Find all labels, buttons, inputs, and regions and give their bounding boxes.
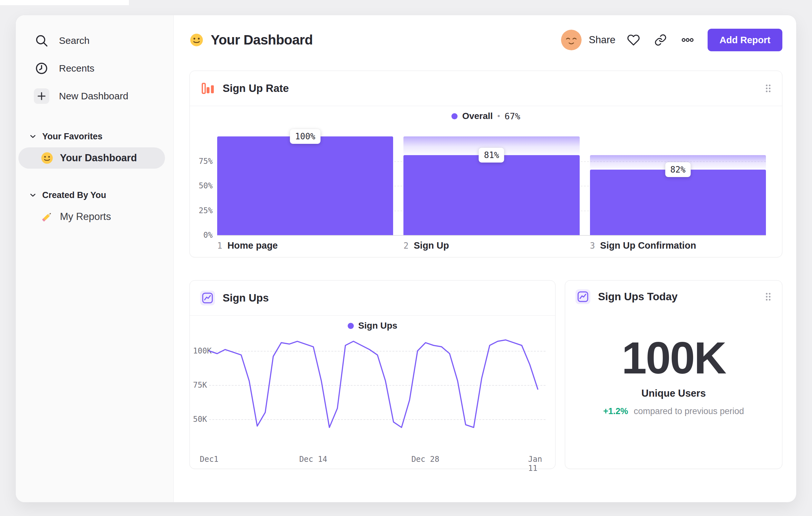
- sidebar-item-label: My Reports: [60, 211, 111, 222]
- y-axis-tick: 50K: [193, 415, 207, 424]
- step-label: 3 Sign Up Confirmation: [590, 240, 766, 251]
- line-chart-icon: [200, 291, 215, 305]
- chevron-down-icon: [29, 132, 37, 141]
- y-axis-tick: 25%: [192, 206, 213, 215]
- card-header: Sign Ups Today: [565, 280, 782, 313]
- funnel-legend: Overall • 67%: [190, 108, 782, 124]
- sign-up-rate-card: Sign Up Rate Overall • 67% 75% 50: [190, 71, 782, 257]
- y-axis-tick: 0%: [192, 230, 213, 240]
- stat-body: 100K Unique Users +1.2% compared to prev…: [565, 335, 782, 416]
- clock-icon: [34, 61, 49, 76]
- funnel-value-label: 81%: [479, 148, 504, 163]
- funnel-bar-sign-up-confirmation[interactable]: 82%: [590, 136, 766, 235]
- funnel-value-label: 82%: [665, 162, 691, 177]
- x-axis-tick: Dec 28: [411, 455, 439, 464]
- chevron-down-icon: [29, 191, 37, 199]
- sidebar-item-label: Search: [59, 35, 90, 46]
- funnel-bar-solid: [590, 170, 766, 235]
- card-header: Sign Ups: [190, 280, 555, 316]
- section-your-favorites[interactable]: Your Favorites: [16, 129, 173, 143]
- line-chart-icon: [576, 289, 590, 304]
- drag-handle-icon[interactable]: [763, 83, 773, 94]
- x-axis-tick: Jan 11: [528, 455, 546, 473]
- more-options-button[interactable]: [678, 31, 697, 49]
- x-axis-tick: Dec1: [200, 455, 219, 464]
- unique-users-label: Unique Users: [565, 388, 782, 399]
- funnel-chart-icon: [200, 81, 215, 96]
- heart-icon: [627, 33, 640, 47]
- card-title: Sign Ups: [223, 292, 546, 304]
- sidebar-item-my-reports[interactable]: My Reports: [18, 206, 165, 227]
- step-number: 3: [590, 241, 595, 251]
- sign-ups-card: Sign Ups Sign Ups 100K 75K 50K: [190, 280, 555, 469]
- funnel-bar-solid: [217, 136, 393, 235]
- sidebar: Search Recents New Dashboard Your Favori…: [16, 15, 174, 502]
- unique-users-value: 100K: [565, 335, 782, 381]
- legend-dot: [452, 113, 458, 119]
- sign-ups-line-chart[interactable]: [208, 329, 547, 439]
- legend-value: 67%: [504, 111, 520, 121]
- dashboard-header: Your Dashboard Share: [190, 28, 782, 52]
- delta-row: +1.2% compared to previous period: [565, 406, 782, 416]
- funnel-bar-solid: [403, 155, 579, 235]
- share-button[interactable]: Share: [589, 34, 615, 46]
- search-icon: [34, 33, 49, 48]
- sidebar-item-recents[interactable]: Recents: [16, 55, 173, 82]
- sidebar-item-label: Your Dashboard: [60, 152, 137, 164]
- x-axis-tick: Dec 14: [299, 455, 327, 464]
- sign-ups-today-card: Sign Ups Today 100K Unique Users +1.2% c…: [565, 280, 782, 469]
- section-label: Your Favorites: [42, 132, 103, 142]
- step-label: 1 Home page: [217, 240, 393, 251]
- step-number: 2: [403, 241, 409, 251]
- y-axis-tick: 50%: [192, 181, 213, 190]
- card-title: Sign Up Rate: [223, 82, 756, 94]
- step-number: 1: [217, 241, 222, 251]
- section-created-by-you[interactable]: Created By You: [16, 188, 173, 202]
- plus-icon: [34, 88, 49, 104]
- legend-label: Overall: [462, 111, 493, 121]
- funnel-value-label: 100%: [290, 129, 321, 144]
- card-title: Sign Ups Today: [598, 291, 756, 303]
- background-artifact: [0, 0, 129, 5]
- delta-caption: compared to previous period: [634, 406, 744, 416]
- funnel-plot: 75% 50% 25% 0% 100% 81%: [217, 136, 766, 236]
- main-content: Your Dashboard Share: [174, 15, 796, 502]
- favorite-heart-button[interactable]: [625, 31, 642, 49]
- y-axis-tick: 75K: [193, 381, 207, 389]
- step-name: Sign Up: [414, 240, 449, 251]
- funnel-bars: 100% 81% 82%: [217, 136, 766, 235]
- card-header: Sign Up Rate: [190, 71, 782, 106]
- header-actions: Share Add Report: [561, 29, 782, 51]
- smiley-emoji-icon: [40, 152, 54, 164]
- bottom-cards-row: Sign Ups Sign Ups 100K 75K 50K: [190, 280, 782, 469]
- step-name: Sign Up Confirmation: [600, 240, 696, 251]
- link-icon: [654, 33, 667, 47]
- y-axis-tick: 75%: [192, 157, 213, 166]
- sidebar-item-your-dashboard[interactable]: Your Dashboard: [18, 147, 165, 169]
- funnel-bar-sign-up[interactable]: 81%: [403, 136, 579, 235]
- drag-handle-icon[interactable]: [763, 291, 773, 302]
- step-label: 2 Sign Up: [403, 240, 579, 251]
- sidebar-item-new-dashboard[interactable]: New Dashboard: [16, 82, 173, 110]
- ellipsis-icon: [681, 33, 694, 47]
- legend-separator: •: [497, 112, 500, 120]
- app-window: Search Recents New Dashboard Your Favori…: [16, 15, 796, 503]
- smiley-emoji-icon: [190, 33, 204, 47]
- pencil-emoji-icon: [39, 208, 55, 225]
- page-title: Your Dashboard: [211, 32, 313, 48]
- funnel-bar-home-page[interactable]: 100%: [217, 136, 393, 235]
- copy-link-button[interactable]: [651, 31, 670, 49]
- delta-value: +1.2%: [603, 406, 628, 416]
- step-name: Home page: [228, 240, 278, 251]
- funnel-step-labels: 1 Home page 2 Sign Up 3 Sign Up Confirma…: [217, 240, 766, 251]
- dashboard-title-wrap: Your Dashboard: [190, 32, 313, 48]
- legend-dot: [348, 323, 354, 329]
- add-report-button[interactable]: Add Report: [707, 29, 782, 51]
- sidebar-item-label: New Dashboard: [59, 91, 128, 102]
- section-label: Created By You: [42, 190, 106, 200]
- sidebar-item-search[interactable]: Search: [16, 27, 173, 55]
- screen: Search Recents New Dashboard Your Favori…: [0, 0, 812, 516]
- user-avatar[interactable]: [561, 30, 582, 50]
- sidebar-item-label: Recents: [59, 63, 94, 74]
